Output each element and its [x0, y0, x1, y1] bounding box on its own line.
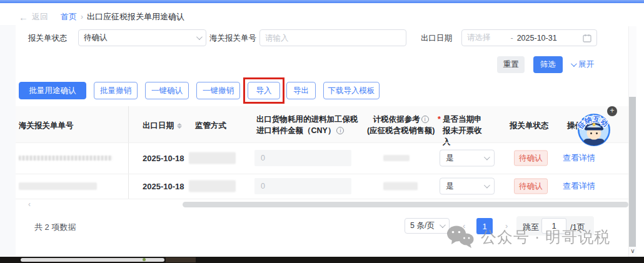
customs-no-redacted	[19, 182, 97, 190]
view-details-link[interactable]: 查看详情	[563, 181, 595, 192]
watermark: 公众号 · 明哥说税	[446, 225, 610, 249]
info-icon[interactable]: i	[336, 127, 344, 134]
export-date-value: 2025-10-18	[143, 154, 184, 163]
bonded-amount-input[interactable]	[254, 178, 351, 194]
wechat-icon	[446, 225, 475, 249]
status-filter-value: 待确认	[84, 32, 108, 43]
view-details-link[interactable]: 查看详情	[563, 152, 595, 164]
back-arrow-icon[interactable]: ←	[19, 12, 28, 22]
unreported-income-select[interactable]: 是	[440, 178, 495, 195]
date-end-value: 2025-10-31	[517, 34, 557, 42]
export-date-filter-label: 出口日期	[421, 33, 452, 44]
import-button[interactable]: 导入	[248, 82, 280, 99]
customs-no-input-wrapper	[259, 29, 406, 46]
watermark-text: 公众号 · 明哥说税	[481, 227, 610, 247]
top-accent-bar	[0, 0, 644, 3]
info-icon[interactable]: i	[421, 116, 429, 123]
chevron-down-icon	[571, 61, 577, 67]
unreported-income-value: 是	[446, 153, 454, 164]
col-bonded-amount: 出口货物耗用的进料加工保税 进口料件金额（CNY）i	[256, 114, 358, 136]
scroll-down-arrow[interactable]: ∨	[629, 247, 636, 254]
col-tax-basis-line2: (应征税含税销售额)	[367, 126, 435, 135]
export-button[interactable]: 导出	[286, 82, 316, 99]
page-size-select[interactable]: 5 条/页	[405, 218, 450, 234]
total-count-text: 共 2 项数据	[34, 222, 76, 233]
one-click-cancel-button[interactable]: 一键撤销	[196, 82, 240, 99]
unreported-income-value: 是	[446, 181, 454, 192]
col-supervision: 监管方式	[195, 120, 226, 131]
bonded-amount-cell	[254, 178, 351, 194]
table-header: 海关报关单单号 出口日期 监管方式 出口货物耗用的进料加工保税 进口料件金额（C…	[16, 106, 628, 142]
chevron-down-icon	[484, 154, 490, 161]
unreported-income-select[interactable]: 是	[440, 150, 495, 167]
filter-button[interactable]: 筛选	[533, 56, 563, 73]
one-click-confirm-button[interactable]: 一键确认	[145, 82, 189, 99]
breadcrumb: ← 返回 首页 › 出口应征税报关单用途确认	[19, 11, 184, 22]
col-customs-no: 海关报关单单号	[19, 120, 74, 131]
bonded-amount-cell	[254, 150, 351, 166]
export-date-value: 2025-10-18	[143, 182, 184, 191]
status-badge: 待确认	[514, 179, 548, 194]
tax-assistant-widget[interactable]: 征纳互动	[576, 111, 612, 147]
status-filter-label: 报关单状态	[28, 33, 68, 44]
chevron-down-icon	[484, 182, 490, 189]
customs-no-filter-label: 海关报关单号	[209, 33, 256, 44]
assistant-plus-button[interactable]: +	[607, 106, 617, 116]
tax-basis-redacted	[383, 182, 418, 191]
expand-label: 展开	[578, 59, 594, 70]
chevron-down-icon	[440, 222, 446, 228]
breadcrumb-home-link[interactable]: 首页	[61, 11, 77, 22]
col-export-date-label: 出口日期	[143, 120, 174, 131]
col-bonded-line2: 进口料件金额（CNY）	[256, 126, 335, 135]
sort-icon[interactable]	[177, 123, 182, 129]
breadcrumb-separator-icon: ›	[81, 12, 83, 21]
bonded-amount-input[interactable]	[254, 150, 351, 166]
page-size-value: 5 条/页	[410, 221, 435, 231]
reset-button[interactable]: 重置	[497, 56, 525, 73]
row-divider	[16, 199, 628, 199]
download-template-button[interactable]: 下载导入模板	[323, 82, 380, 99]
tax-basis-redacted	[383, 155, 410, 161]
bottom-bar	[0, 257, 644, 263]
batch-cancel-button[interactable]: 批量撤销	[94, 82, 138, 99]
back-button[interactable]: 返回	[32, 11, 48, 22]
col-bonded-line1: 出口货物耗用的进料加工保税	[256, 115, 358, 124]
h-scroll-left-arrow[interactable]: ‹	[28, 200, 31, 209]
table-row: 2025-10-18 是 待确认 查看详情	[0, 174, 644, 199]
col-declaration-status: 报关单状态	[510, 120, 549, 131]
status-filter-select[interactable]: 待确认	[78, 29, 206, 46]
bottom-bar-dot	[143, 258, 146, 261]
left-gutter	[0, 25, 16, 256]
vertical-scrollbar-thumb[interactable]	[629, 97, 636, 247]
chevron-down-icon	[196, 34, 203, 40]
export-tax-declaration-confirm-page: ← 返回 首页 › 出口应征税报关单用途确认 报关单状态 待确认 海关报关单号 …	[0, 0, 644, 263]
table-row: 2025-10-18 是 待确认 查看详情	[0, 142, 644, 174]
supervision-redacted	[189, 152, 236, 164]
customs-officer-avatar: 征纳互动	[576, 111, 612, 147]
export-date-range-picker[interactable]: 请选择 - 2025-10-31	[461, 29, 597, 46]
col-export-date: 出口日期	[143, 120, 182, 131]
col-tax-basis: 计税依据参考i (应征税含税销售额)	[367, 114, 435, 136]
bottom-bar-segment	[166, 257, 196, 262]
date-start-placeholder: 请选择	[467, 32, 491, 43]
customs-no-redacted	[19, 156, 113, 161]
col-tax-basis-line1: 计税依据参考	[373, 115, 420, 124]
page-title: 出口应征税报关单用途确认	[87, 11, 184, 22]
expand-toggle[interactable]: 展开	[571, 59, 594, 70]
customs-no-input[interactable]	[260, 30, 406, 46]
batch-usage-confirm-button[interactable]: 批量用途确认	[19, 82, 86, 99]
supervision-redacted	[189, 181, 236, 192]
calendar-icon	[583, 34, 591, 42]
status-badge: 待确认	[514, 151, 548, 166]
horizontal-scrollbar-thumb[interactable]	[183, 202, 628, 207]
date-range-separator: -	[511, 34, 513, 42]
